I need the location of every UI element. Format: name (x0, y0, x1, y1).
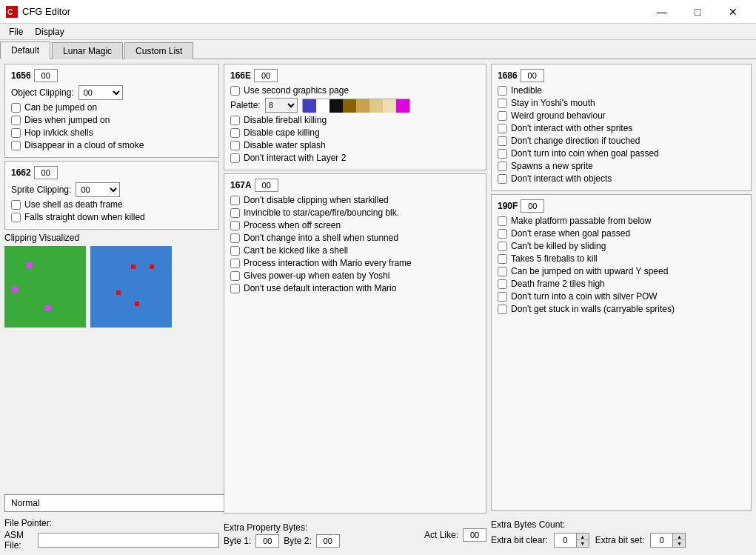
extra-bit-set-up-btn[interactable]: ▲ (673, 534, 685, 540)
extra-bit-clear-up-btn[interactable]: ▲ (577, 534, 589, 540)
no-interact-objects-checkbox[interactable] (498, 174, 507, 184)
process-mario-frame-checkbox[interactable] (230, 259, 240, 268)
clip-box-blue (90, 246, 172, 328)
can-be-jumped-on-checkbox[interactable] (11, 103, 21, 113)
extra-bit-clear-input[interactable] (555, 534, 577, 547)
no-default-mario-checkbox[interactable] (230, 284, 240, 293)
palette-select[interactable]: 8 (265, 98, 298, 113)
disappear-cloud-checkbox[interactable] (11, 141, 21, 150)
extra-bit-clear-down-btn[interactable]: ▼ (577, 540, 589, 547)
no-default-mario-label: Don't use default interaction with Mario (244, 283, 396, 293)
falls-straight-label: Falls straight down when killed (24, 212, 145, 222)
hex-167A-input[interactable] (255, 179, 278, 192)
no-coin-silver-label: Don't turn into a coin with silver POW (511, 291, 658, 302)
disable-fireball-checkbox[interactable] (230, 116, 240, 125)
menu-file[interactable]: File (3, 25, 29, 39)
hex-190F-input[interactable] (521, 199, 544, 213)
no-layer2-checkbox[interactable] (230, 153, 240, 163)
no-coin-silver-checkbox[interactable] (498, 292, 507, 302)
no-other-sprites-checkbox[interactable] (498, 124, 507, 133)
extra-bit-set-spinner: ▲ ▼ (650, 533, 686, 548)
extra-property-label: Extra Property Bytes: (224, 522, 307, 533)
no-coin-goal-checkbox[interactable] (498, 149, 507, 159)
extra-bit-clear-label: Extra bit clear: (491, 535, 548, 545)
hop-kick-label: Hop in/kick shells (24, 127, 93, 138)
process-off-screen-label: Process when off screen (244, 220, 341, 230)
platform-passable-checkbox[interactable] (498, 216, 507, 226)
palette-colors (302, 99, 410, 112)
5-fireballs-checkbox[interactable] (498, 254, 507, 264)
palette-swatch-6 (383, 99, 396, 113)
tab-custom-list[interactable]: Custom List (124, 42, 193, 59)
no-sliding-kill-checkbox[interactable] (498, 242, 507, 251)
byte1-input[interactable] (255, 534, 279, 548)
menu-bar: File Display (0, 24, 756, 40)
section-190F: 190F Make platform passable from below D… (491, 194, 752, 511)
spawns-sprite-checkbox[interactable] (498, 162, 507, 171)
extra-bit-set-down-btn[interactable]: ▼ (673, 540, 685, 547)
disable-fireball-label: Disable fireball killing (244, 115, 327, 125)
cb-death-frame-2tiles: Death frame 2 tiles high (498, 279, 745, 289)
hex-166E-input[interactable] (254, 69, 278, 82)
byte2-input[interactable] (316, 534, 340, 548)
hex-1656-label: 1656 (11, 70, 31, 81)
hex-167A-label: 167A (230, 180, 252, 190)
no-change-dir-checkbox[interactable] (498, 136, 507, 146)
process-off-screen-checkbox[interactable] (230, 221, 240, 230)
sprite-clipping-dropdown[interactable]: 00 (76, 182, 120, 197)
tab-lunar-magic[interactable]: Lunar Magic (52, 42, 123, 59)
menu-display[interactable]: Display (29, 25, 70, 39)
second-graphics-checkbox[interactable] (230, 86, 240, 96)
checkbox-disable-water: Disable water splash (230, 140, 480, 150)
red-dot-4 (135, 302, 139, 306)
falls-straight-checkbox[interactable] (11, 213, 21, 222)
hop-kick-checkbox[interactable] (11, 128, 21, 138)
disable-water-checkbox[interactable] (230, 141, 240, 150)
section-166E: 166E Use second graphics page Palette: 8 (224, 64, 486, 170)
window-title: CFG Editor (22, 6, 645, 17)
cb-invincible-star: Invincible to star/cape/fire/bouncing bl… (230, 207, 480, 218)
hex-1656-input[interactable] (34, 69, 58, 82)
asm-row: ASM File: (4, 530, 219, 551)
upward-y-speed-checkbox[interactable] (498, 267, 507, 276)
dont-disable-clip-label: Don't disable clipping when starkilled (244, 195, 389, 205)
red-dot-1 (131, 265, 136, 269)
section-1686: 1686 Inedible Stay in Yoshi's mouth Weir… (491, 64, 752, 191)
close-button[interactable]: ✕ (716, 1, 750, 22)
cant-kick-checkbox[interactable] (230, 246, 240, 256)
object-clipping-dropdown[interactable]: 00 (78, 85, 123, 100)
cb-no-shell-stunned: Don't change into a shell when stunned (230, 233, 480, 243)
invincible-star-checkbox[interactable] (230, 208, 240, 218)
dies-when-jumped-on-checkbox[interactable] (11, 116, 21, 125)
no-stuck-walls-checkbox[interactable] (498, 305, 507, 314)
cb-yoshi-mouth: Stay in Yoshi's mouth (498, 98, 745, 108)
cb-dont-disable-clip: Don't disable clipping when starkilled (230, 195, 480, 205)
act-like-input[interactable] (463, 528, 486, 542)
death-frame-2tiles-checkbox[interactable] (498, 279, 507, 289)
tab-default[interactable]: Default (0, 41, 50, 59)
yoshi-mouth-checkbox[interactable] (498, 99, 507, 108)
maximize-button[interactable]: □ (680, 1, 715, 22)
shell-death-checkbox[interactable] (11, 200, 21, 210)
hex-1662-input[interactable] (34, 166, 58, 179)
hex-1686-input[interactable] (521, 69, 544, 82)
no-shell-stunned-checkbox[interactable] (230, 233, 240, 243)
can-be-jumped-on-label: Can be jumped on (24, 102, 97, 113)
inedible-label: Inedible (511, 85, 542, 96)
no-sliding-kill-label: Can't be killed by sliding (511, 241, 606, 251)
powerup-yoshi-checkbox[interactable] (230, 271, 240, 281)
no-erase-goal-checkbox[interactable] (498, 229, 507, 239)
disable-cape-checkbox[interactable] (230, 128, 240, 138)
checkbox-hop-kick: Hop in/kick shells (11, 127, 213, 138)
weird-ground-checkbox[interactable] (498, 111, 507, 121)
no-other-sprites-label: Don't interact with other sprites (511, 123, 632, 133)
dont-disable-clip-checkbox[interactable] (230, 196, 240, 205)
inedible-checkbox[interactable] (498, 86, 507, 96)
no-shell-stunned-label: Don't change into a shell when stunned (244, 233, 398, 243)
palette-swatch-1 (316, 99, 330, 113)
minimize-button[interactable]: — (645, 1, 679, 22)
extra-bit-set-input[interactable] (651, 534, 673, 547)
act-like-label: Act Like: (424, 530, 458, 540)
checkbox-can-be-jumped-on: Can be jumped on (11, 102, 213, 113)
asm-file-input[interactable] (38, 533, 219, 548)
